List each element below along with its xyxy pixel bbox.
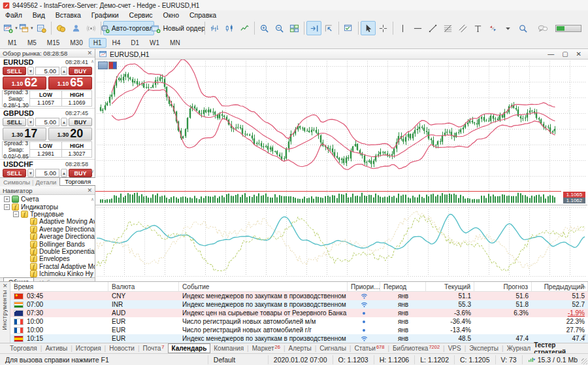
tree-item-bollinger-bands[interactable]: fBollinger Bands [0,240,95,247]
buy-price-panel[interactable]: 1.1065 [48,77,92,90]
tab-почта[interactable]: Почта7 [140,344,168,353]
sell-button[interactable]: SELL [3,118,26,126]
timeframe-h4[interactable]: H4 [108,38,125,48]
timeframe-m1[interactable]: M1 [3,38,22,48]
one-click-trading-widget[interactable] [98,61,117,69]
column-header-4[interactable]: Период [380,282,426,292]
profile-selector[interactable]: Default [208,355,268,364]
tab-алерты[interactable]: Алерты [285,344,314,353]
menu-item-insert[interactable]: Вставка [50,10,86,19]
calendar-row[interactable]: 07:30AUDИндекс цен на сырьевые товары от… [10,309,588,317]
chart-area[interactable]: 1.1065 1.1062 [95,60,588,281]
menu-item-service[interactable]: Сервис [124,10,158,19]
crosshair-button[interactable] [376,21,391,35]
chevron-down-icon[interactable]: ▾ [15,26,18,31]
horizontal-line-button[interactable] [410,21,425,35]
close-icon[interactable]: ✕ [3,283,8,289]
close-icon[interactable]: ✕ [87,187,92,194]
chart-profiles-button[interactable]: ▾ [18,21,34,35]
sell-price-panel[interactable]: 1.1062 [3,77,46,90]
market-depth-button[interactable] [34,21,49,35]
column-header-2[interactable]: Событие [179,282,348,292]
search-icon[interactable] [515,21,531,35]
price-chart-canvas[interactable] [95,60,587,281]
column-header-5[interactable]: Текущий [426,282,474,292]
resize-grip[interactable] [581,358,587,364]
text-label-button[interactable] [470,21,485,35]
scroll-up-icon[interactable]: ∧ [91,197,94,201]
algo-trading-button[interactable] [69,21,84,35]
community-icon[interactable] [535,21,551,35]
tree-item-envelopes[interactable]: fEnvelopes [0,255,95,262]
tree-item-счета[interactable]: +Счета [0,196,95,203]
calendar-row[interactable]: 03:45CNYИндекс менеджеров по закупкам в … [10,292,588,300]
tree-item-трендовые[interactable]: −fТрендовые [0,211,95,218]
timeframe-m30[interactable]: M30 [65,38,87,48]
tab-маркет[interactable]: Маркет26 [249,344,284,353]
tree-item-fractal-adaptive-mc[interactable]: fFractal Adaptive Mc [0,263,95,270]
volume-up-button[interactable]: ▲ [61,169,67,177]
calendar-row[interactable]: 10:00EURЧисло регистраций новых автомоби… [10,317,588,326]
scroll-down-icon[interactable]: ∨ [583,333,586,338]
column-header-1[interactable]: Валюта [108,282,179,292]
tree-item-adaptive-moving-av[interactable]: fAdaptive Moving Av [0,218,95,225]
volume-input[interactable]: 5.00 [35,118,59,126]
tab-details[interactable]: Детали [36,179,57,186]
calendar-row[interactable]: 10:00EURЧисло регистраций новых автомоби… [10,326,588,334]
volume-input[interactable]: 5.00 [35,67,59,75]
cursor-button[interactable] [361,21,376,35]
zoom-in-button[interactable] [257,21,272,35]
scroll-down-icon[interactable]: ∨ [91,271,94,275]
menu-item-window[interactable]: Окно [158,10,184,19]
tile-windows-button[interactable] [287,21,302,35]
timeframe-w1[interactable]: W1 [145,38,164,48]
volume-up-button[interactable]: ▲ [61,67,67,75]
scroll-up-icon[interactable]: ∧ [91,59,94,63]
sell-button[interactable]: SELL [3,169,26,177]
fibonacci-button[interactable] [440,21,455,35]
market-watch-symbol-eurusd[interactable]: ∧ EURUSD08:28:41 SELL ▼ 5.00 ▲ BUY 1.106… [0,58,95,109]
market-watch-symbol-usdchf[interactable]: ∨ USDCHF08:28:58 SELL ▼ 5.00 ▲ BUY [0,160,95,177]
close-icon[interactable]: ✕ [576,50,581,58]
close-icon[interactable]: ✕ [87,50,92,56]
column-header-7[interactable]: Предыдущий [532,282,588,292]
buy-price-panel[interactable]: 1.3020 [48,128,92,141]
tab-библиотека[interactable]: Библиотека7202 [389,344,443,353]
sell-button[interactable]: SELL [3,67,26,75]
volume-down-button[interactable]: ▼ [27,169,34,177]
tab-журнал[interactable]: Журнал [504,344,534,353]
timeframe-h1[interactable]: H1 [89,38,106,48]
volume-input[interactable]: 5.00 [35,169,59,177]
timeframe-d1[interactable]: D1 [126,38,144,48]
calendar-row[interactable]: 07:00INRИндекс менеджеров по закупкам в … [10,300,588,309]
buy-button[interactable]: BUY [69,67,92,75]
tree-item-average-directional[interactable]: fAverage Directional [0,226,95,233]
chart-titlebar[interactable]: EURUSD,H1 — ▢ ✕ [95,49,588,60]
sell-price-panel[interactable]: 1.3017 [3,128,46,141]
chevron-down-icon[interactable]: ▾ [31,26,33,31]
zoom-out-button[interactable] [272,21,287,35]
buy-button[interactable]: BUY [69,169,92,177]
timeframe-m5[interactable]: M5 [23,38,41,48]
bars-chart-button[interactable] [207,21,222,35]
tab-сигналы[interactable]: Сигналы [316,344,350,353]
tab-календарь[interactable]: Календарь [168,343,211,353]
tab-торговля[interactable]: Торговля [7,344,41,353]
new-order-button[interactable]: Новый ордер [154,21,203,35]
tree-item-индикаторы[interactable]: −fИндикаторы [0,203,95,210]
scroll-down-icon[interactable]: ∨ [91,169,94,173]
minimize-icon[interactable]: — [547,50,554,58]
chart-shift-button[interactable] [321,21,336,35]
tab-symbols[interactable]: Символы [3,179,30,186]
vertical-line-button[interactable] [395,21,410,35]
templates-button[interactable] [341,21,356,35]
column-header-0[interactable]: Время [10,282,108,292]
column-header-3[interactable]: Приори… [348,282,380,292]
quotes-button[interactable] [54,21,69,35]
tree-item-ichimoku-kinko-hy[interactable]: fIchimoku Kinko Hy [0,270,95,277]
auto-scroll-button[interactable] [306,21,321,35]
volume-down-button[interactable]: ▼ [27,67,34,75]
tab-активы[interactable]: Активы [42,344,71,353]
arrows-button[interactable] [485,21,500,35]
menu-item-view[interactable]: Вид [27,10,50,19]
